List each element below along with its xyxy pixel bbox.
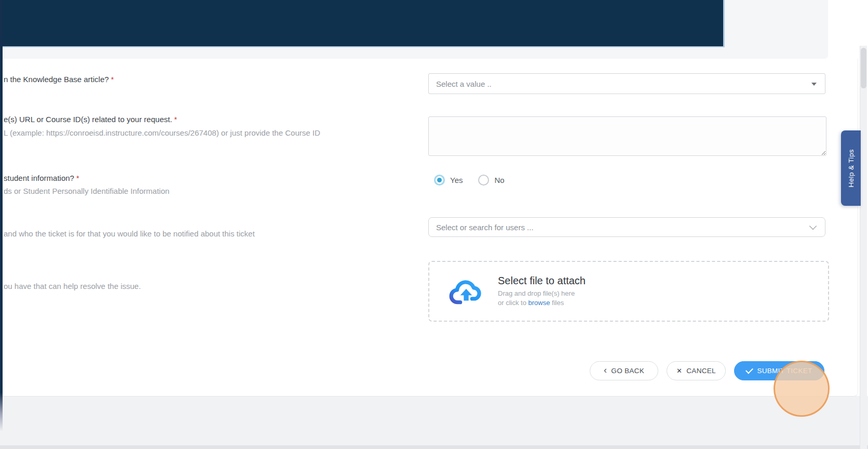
knowledge-base-select-placeholder: Select a value ..	[429, 80, 492, 88]
required-asterisk: *	[111, 75, 114, 84]
go-back-button[interactable]: ‹ GO BACK	[590, 361, 658, 380]
radio-option-no[interactable]: No	[478, 175, 504, 186]
notify-users-select[interactable]: Select or search for users ...	[428, 217, 825, 237]
radio-option-yes[interactable]: Yes	[434, 175, 463, 186]
attachments-helper: ou have that can help resolve the issue.	[4, 282, 141, 290]
knowledge-base-select[interactable]: Select a value ..	[428, 73, 825, 94]
question-knowledge-base: n the Knowledge Base article?*	[4, 75, 114, 84]
course-url-textarea[interactable]	[428, 116, 826, 156]
cancel-label: CANCEL	[686, 367, 716, 375]
browse-files-link[interactable]: browse	[528, 299, 550, 307]
dropzone-texts: Select file to attach Drag and drop file…	[498, 275, 586, 308]
dropzone-title: Select file to attach	[498, 275, 586, 287]
radio-yes-label: Yes	[450, 176, 463, 184]
file-dropzone[interactable]: Select file to attach Drag and drop file…	[428, 261, 829, 322]
dropzone-line1: Drag and drop file(s) here	[498, 289, 586, 298]
form-header-banner	[0, 0, 725, 47]
back-chevron-icon: ‹	[604, 365, 607, 375]
required-asterisk: *	[174, 115, 177, 124]
cancel-button[interactable]: ✕ CANCEL	[667, 361, 726, 380]
scrollbar-track[interactable]	[860, 46, 867, 449]
cloud-upload-icon	[449, 276, 483, 307]
radio-unselected-icon[interactable]	[478, 175, 489, 186]
check-icon	[745, 366, 753, 374]
dropzone-subtext: Drag and drop file(s) here or click to b…	[498, 289, 586, 308]
course-url-helper: L (example: https://conroeisd.instructur…	[4, 128, 320, 137]
ticket-form-screen: Help & Tips n the Knowledge Base article…	[0, 0, 868, 449]
required-asterisk: *	[76, 174, 79, 182]
click-highlight-ring	[774, 361, 830, 417]
dropzone-line2: or click to browse files	[498, 298, 586, 308]
footer-background	[0, 396, 868, 449]
go-back-label: GO BACK	[611, 367, 644, 375]
question-student-info: student information?*	[4, 174, 79, 182]
notify-users-helper: and who the ticket is for that you would…	[4, 229, 255, 238]
caret-down-icon	[811, 83, 817, 86]
x-icon: ✕	[676, 367, 682, 375]
notify-users-select-placeholder: Select or search for users ...	[429, 223, 534, 232]
left-edge-strip	[0, 0, 3, 431]
radio-selected-icon[interactable]	[434, 175, 445, 186]
help-tips-tab[interactable]: Help & Tips	[841, 130, 861, 206]
student-info-radio-group: Yes No	[434, 175, 505, 186]
question-course-url: e(s) URL or Course ID(s) related to your…	[4, 115, 177, 124]
help-tips-label: Help & Tips	[847, 149, 855, 187]
radio-no-label: No	[494, 176, 504, 184]
footer-edge-line	[0, 445, 868, 449]
scrollbar-thumb[interactable]	[861, 48, 866, 88]
student-info-helper: ds or Student Personally Identifiable In…	[4, 187, 169, 195]
chevron-down-icon	[809, 222, 817, 230]
